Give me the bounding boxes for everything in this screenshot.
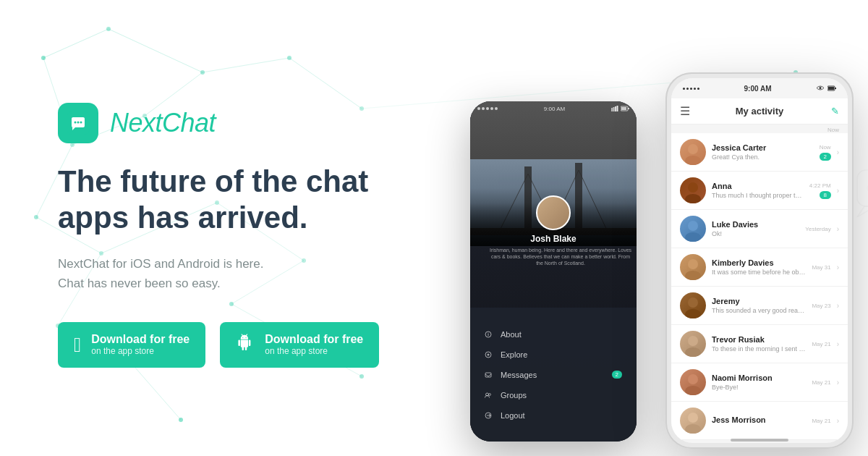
svg-rect-53 [615,106,616,111]
app-logo-icon [58,103,98,143]
logo-row: NextChat [58,103,405,143]
svg-point-93 [685,347,701,357]
menu-item-about[interactable]: About [485,326,622,342]
svg-rect-57 [621,107,626,110]
svg-point-88 [688,259,698,269]
menu-item-groups[interactable]: Groups [485,387,622,403]
ios-edit-icon[interactable]: ✎ [831,106,839,117]
android-button-line2: on the app store [265,346,363,358]
menu-item-explore[interactable]: Explore [485,347,622,363]
ios-menu-icon[interactable]: ☰ [680,104,690,118]
svg-rect-56 [628,108,629,109]
ios-button-text: Download for free on the app store [91,332,190,358]
svg-point-84 [688,182,698,193]
svg-point-96 [688,413,698,423]
menu-item-messages[interactable]: Messages 2 [485,367,622,383]
android-time: 9:00 AM [544,106,565,112]
svg-rect-81 [828,87,834,90]
avatar-anna [680,177,706,203]
ios-nav-title: My activity [736,106,783,117]
avatar-luke [680,216,706,242]
ios-home-indicator [731,439,788,442]
headline: The future of the chat apps has arrived. [58,164,405,237]
chat-item-trevor[interactable]: Trevor Rusiak To these in the morning I … [671,325,848,363]
svg-point-89 [685,271,701,280]
android-status-bar: 9:00 AM [470,101,637,116]
avatar-trevor [680,331,706,357]
svg-point-92 [688,336,698,346]
android-download-button[interactable]: Download for free on the app store [220,322,379,368]
description-line1: NextChat for iOS and Android is here. [58,257,263,271]
svg-point-94 [688,374,698,384]
svg-marker-47 [857,206,868,217]
svg-point-83 [685,156,701,165]
menu-item-logout[interactable]: Logout [485,408,622,423]
svg-point-82 [688,144,698,154]
ios-chat-list: Jessica Carter Great! Cya then. Now 2 › [671,133,848,440]
right-panel: 9:00 AM [448,0,868,456]
svg-point-44 [77,122,80,124]
svg-point-45 [80,122,82,124]
android-phone-mockup: 9:00 AM [470,101,637,442]
android-button-line1: Download for free [265,332,363,346]
svg-rect-54 [616,106,618,111]
subtext: NextChat for iOS and Android is here. Ch… [58,254,405,293]
svg-rect-51 [611,108,613,111]
app-name: NextChat [110,108,216,138]
avatar-kimberly [680,254,706,280]
chat-item-luke[interactable]: Luke Davies Ok! Yesterday › [671,210,848,248]
svg-point-90 [688,297,698,308]
svg-rect-52 [613,107,614,111]
apple-icon:  [74,335,81,355]
avatar-jessica [680,139,706,165]
android-menu: About Explore Messages 2 Groups [470,308,637,442]
svg-point-43 [75,122,77,124]
chat-item-jeremy[interactable]: Jeremy This sounded a very good reason; … [671,287,848,325]
unread-label: Now [671,124,848,133]
svg-point-85 [685,194,701,203]
buttons-row:  Download for free on the app store Dow… [58,322,405,368]
svg-point-78 [819,87,821,89]
ios-download-button[interactable]:  Download for free on the app store [58,322,205,368]
left-panel: NextChat The future of the chat apps has… [0,0,448,456]
svg-point-70 [488,332,489,333]
chat-item-jessica[interactable]: Jessica Carter Great! Cya then. Now 2 › [671,133,848,172]
ios-button-line1: Download for free [91,332,190,346]
svg-point-86 [688,221,698,231]
svg-point-72 [488,353,490,355]
ios-nav-bar: ☰ My activity ✎ [671,98,848,124]
chat-item-jess[interactable]: Jess Morrison May 21 › [671,402,848,440]
avatar-naomi [680,369,706,395]
ios-time: 9:00 AM [744,85,772,93]
android-button-text: Download for free on the app store [265,332,363,358]
svg-rect-80 [835,88,836,89]
android-icon [236,334,255,356]
svg-point-91 [685,309,701,318]
chat-item-kimberly[interactable]: Kimberly Davies It was some time before … [671,248,848,287]
ios-phone-mockup: 9:00 AM ☰ My activity ✎ Now [665,72,854,449]
android-profile-desc: Irishman, human being. Here and there an… [477,244,637,269]
android-profile-name: Josh Blake [530,234,576,244]
avatar-jeremy [680,292,706,318]
ios-status-bar: 9:00 AM [671,78,848,98]
chat-item-anna[interactable]: Anna Thus much I thought proper to tell … [671,172,848,210]
avatar-jess [680,408,706,434]
svg-point-97 [685,424,701,434]
svg-point-87 [685,232,701,242]
chat-item-naomi[interactable]: Naomi Morrison Bye-Bye! May 21 › [671,363,848,402]
ios-button-line2: on the app store [91,346,190,358]
description-line2: Chat has never been so easy. [58,276,221,290]
svg-rect-46 [857,170,868,206]
svg-point-95 [685,386,701,395]
